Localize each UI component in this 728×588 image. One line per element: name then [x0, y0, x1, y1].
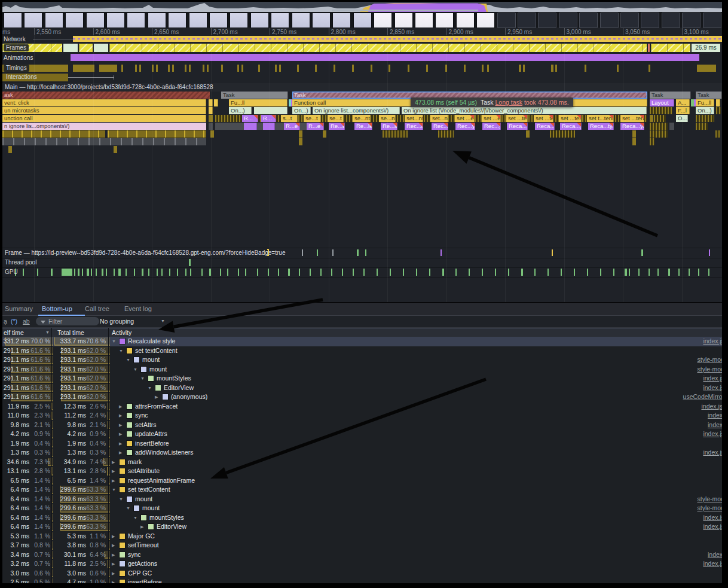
tab-summary[interactable]: Summary: [1, 303, 43, 315]
timing-mark[interactable]: [207, 65, 209, 72]
disclosure-closed-icon[interactable]: ▶: [112, 476, 115, 485]
flame-bar[interactable]: On...): [229, 107, 252, 114]
disclosure-closed-icon[interactable]: ▶: [112, 550, 115, 559]
flame-bar[interactable]: set...nt: [405, 115, 423, 122]
flame-bar[interactable]: se...nt: [353, 115, 371, 122]
table-row[interactable]: 11.9 ms2.5 %12.3 ms2.6 %▶attrsFromFaceti…: [2, 402, 722, 412]
interactions-track-label[interactable]: Interactions: [4, 74, 39, 81]
filmstrip-screenshot[interactable]: [189, 13, 207, 28]
flame-bar[interactable]: Task: [696, 92, 722, 99]
timing-mark[interactable]: [203, 65, 204, 72]
filmstrip-screenshot[interactable]: [374, 13, 392, 28]
table-row[interactable]: 6.4 ms1.4 %299.6 ms63.3 %▼mountstyle-mod: [2, 504, 722, 513]
filmstrip-screenshot[interactable]: [353, 13, 372, 28]
table-row[interactable]: 1.9 ms0.4 %1.9 ms0.4 %▶insertBefore: [2, 439, 722, 449]
source-link[interactable]: useCodeMirror: [683, 392, 724, 401]
flame-bar[interactable]: [715, 130, 720, 138]
flame-bar[interactable]: vent: click: [2, 99, 206, 106]
flame-bar[interactable]: Rec...le: [405, 123, 423, 130]
timing-mark[interactable]: [408, 65, 409, 72]
flame-bar[interactable]: [716, 99, 720, 106]
flame-bar[interactable]: Fu...ll: [696, 99, 714, 106]
flame-bar[interactable]: [650, 138, 654, 145]
timing-mark[interactable]: [555, 65, 557, 72]
flame-bar[interactable]: un microtasks: [2, 107, 206, 114]
flame-bar[interactable]: [244, 123, 257, 130]
flame-bar[interactable]: set ...ent: [482, 115, 501, 122]
flame-bar[interactable]: Reca...le: [535, 123, 555, 130]
timing-mark[interactable]: [551, 65, 553, 72]
flame-bar[interactable]: [2, 138, 206, 145]
timing-mark[interactable]: [121, 65, 123, 72]
flame-bar[interactable]: On...): [696, 107, 714, 114]
flame-bar[interactable]: Rec...yle: [482, 123, 501, 130]
flame-bar[interactable]: Fu...ll: [229, 99, 287, 106]
flame-bar[interactable]: R...: [261, 115, 276, 122]
flame-bar[interactable]: [650, 107, 672, 114]
flame-bar[interactable]: [299, 138, 302, 145]
flame-bar[interactable]: Rec...yle: [455, 123, 475, 130]
disclosure-closed-icon[interactable]: ▶: [112, 532, 115, 541]
disclosure-open-icon[interactable]: ▼: [133, 513, 137, 522]
table-row[interactable]: 3.0 ms0.6 %3.0 ms0.6 %▶CPP GC: [2, 569, 722, 578]
table-row[interactable]: 11.0 ms2.3 %11.2 ms2.4 %▶syncindex.: [2, 411, 722, 421]
toolbar-icon[interactable]: ab: [23, 316, 30, 327]
timing-mark[interactable]: [172, 65, 174, 72]
timing-mark[interactable]: [275, 65, 277, 72]
frame-track[interactable]: Frame — https://id-preview--bd53fd9d-728…: [0, 248, 728, 258]
flame-bar[interactable]: [8, 146, 12, 153]
flame-bar[interactable]: F...l: [676, 107, 690, 114]
main-thread-header[interactable]: Main — http://localhost:3000/projects/bd…: [0, 83, 728, 92]
timing-mark[interactable]: [156, 65, 158, 72]
disclosure-closed-icon[interactable]: ▶: [112, 467, 115, 476]
timing-mark[interactable]: [519, 65, 521, 72]
filmstrip-screenshot[interactable]: [415, 13, 433, 28]
disclosure-closed-icon[interactable]: ▶: [119, 448, 122, 457]
filmstrip-screenshot[interactable]: [641, 13, 659, 28]
chevron-down-icon[interactable]: ▼: [161, 316, 165, 327]
filmstrip-screenshot[interactable]: [394, 13, 413, 28]
flame-bar[interactable]: set ...ent: [455, 115, 475, 122]
filmstrip-screenshot[interactable]: [230, 13, 248, 28]
frame-segment[interactable]: [651, 44, 690, 52]
filmstrip-screenshot[interactable]: [168, 13, 186, 28]
filmstrip-screenshot[interactable]: [24, 13, 42, 28]
flame-bar[interactable]: [696, 115, 714, 122]
source-link[interactable]: index.js: [703, 337, 724, 346]
filmstrip-screenshot[interactable]: [579, 13, 598, 28]
table-row[interactable]: 291.1 ms61.6 %293.1 ms62.0 %▼set textCon…: [2, 346, 722, 356]
timings-track[interactable]: [0, 65, 728, 72]
table-row[interactable]: 34.6 ms7.3 %34.9 ms7.4 %▶mark: [2, 458, 722, 467]
table-row[interactable]: 291.1 ms61.6 %293.1 ms62.0 %▼EditorViewi…: [2, 383, 722, 393]
table-row[interactable]: 3.7 ms0.8 %3.8 ms0.8 %▶setTimeout: [2, 541, 722, 550]
timing-mark[interactable]: [139, 65, 141, 72]
table-row[interactable]: 5.3 ms1.1 %5.3 ms1.1 %▶Major GC: [2, 532, 722, 541]
tooltip-long-task-link[interactable]: Long task: [495, 99, 522, 106]
timing-mark[interactable]: [221, 65, 223, 72]
filter-input[interactable]: Filter: [36, 317, 99, 325]
table-row[interactable]: 9.8 ms2.1 %9.8 ms2.1 %▶setAttrsindex.: [2, 421, 722, 430]
table-row[interactable]: 291.1 ms61.6 %293.1 ms62.0 %▶(anonymous)…: [2, 392, 722, 402]
flame-bar[interactable]: Reca...yle: [507, 123, 528, 130]
flame-bar[interactable]: set ...tent: [620, 115, 644, 122]
timing-mark[interactable]: [279, 65, 281, 72]
source-link[interactable]: index.js: [703, 448, 724, 457]
flame-bar[interactable]: Re...le: [354, 123, 372, 130]
filmstrip-screenshot[interactable]: [559, 13, 577, 28]
table-row[interactable]: 1.3 ms0.3 %1.3 ms0.3 %▶addWindowListener…: [2, 448, 722, 458]
disclosure-open-icon[interactable]: ▼: [119, 495, 123, 504]
tab-call-tree[interactable]: Call tree: [81, 303, 122, 315]
filmstrip-screenshot[interactable]: [620, 13, 639, 28]
flame-bar[interactable]: Layout: [650, 99, 674, 106]
flame-bar[interactable]: [108, 130, 206, 138]
disclosure-open-icon[interactable]: ▼: [112, 337, 116, 346]
table-row[interactable]: 331.2 ms70.0 %333.7 ms70.6 %▼Recalculate…: [2, 337, 722, 346]
filmstrip-screenshot[interactable]: [518, 13, 536, 28]
timing-mark[interactable]: [426, 65, 428, 72]
frames-track-label[interactable]: Frames: [4, 44, 29, 51]
table-row[interactable]: 3.4 ms0.7 %30.1 ms6.4 %▶syncindex.: [2, 550, 722, 560]
source-link[interactable]: index.js:: [701, 402, 724, 411]
disclosure-closed-icon[interactable]: ▶: [112, 569, 115, 578]
flame-bar[interactable]: [632, 130, 636, 138]
source-link[interactable]: index.js: [703, 383, 724, 392]
